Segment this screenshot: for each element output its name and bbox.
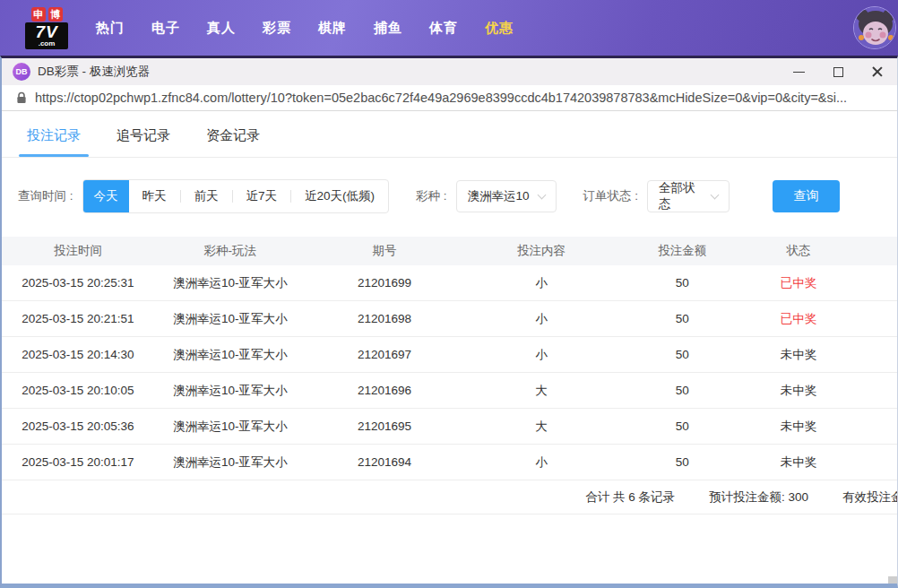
filter-bar: 查询时间 : 今天 昨天 前天 近7天 近20天(低频) 彩种 : 澳洲幸运10… — [18, 179, 897, 213]
tab-chase-records[interactable]: 追号记录 — [117, 127, 170, 157]
chevron-down-icon — [537, 191, 546, 200]
db-favicon: DB — [13, 63, 30, 81]
logo-name: 7V — [27, 23, 66, 40]
menu-item-lottery[interactable]: 彩票 — [249, 20, 305, 37]
bet-amount: 50 — [619, 384, 745, 397]
bet-issue: 21201698 — [307, 312, 463, 325]
url-text: https://ctop02pchwp1.zfnc84.com/lottery/… — [35, 91, 847, 105]
close-icon — [871, 65, 884, 78]
order-status-value: 全部状态 — [659, 180, 704, 212]
record-tabs: 投注记录 追号记录 资金记录 — [2, 111, 897, 158]
header-game-play: 彩种-玩法 — [154, 243, 307, 259]
time-option-20days[interactable]: 近20天(低频) — [291, 180, 388, 212]
bet-issue: 21201694 — [307, 455, 463, 469]
lottery-type-select[interactable]: 澳洲幸运10 — [456, 180, 557, 212]
query-time-label: 查询时间 : — [18, 188, 73, 204]
bet-records-table: 投注时间 彩种-玩法 期号 投注内容 投注金额 状态 2025-03-15 20… — [2, 237, 897, 514]
bet-time: 2025-03-15 20:25:31 — [2, 276, 154, 290]
bet-time: 2025-03-15 20:05:36 — [2, 419, 154, 433]
logo-badge-shen: 申 — [31, 7, 46, 22]
bet-time: 2025-03-15 20:01:17 — [2, 455, 154, 469]
search-button[interactable]: 查询 — [773, 180, 840, 212]
bet-status: 未中奖 — [745, 419, 852, 435]
bet-status: 未中奖 — [745, 454, 852, 471]
table-row: 2025-03-15 20:01:17 澳洲幸运10-亚军大小 21201694… — [2, 445, 897, 480]
menu-item-live[interactable]: 真人 — [194, 20, 249, 37]
maximize-icon — [833, 67, 843, 77]
bet-amount: 50 — [619, 419, 745, 433]
header-bet-time: 投注时间 — [2, 243, 154, 259]
tab-fund-records[interactable]: 资金记录 — [206, 127, 260, 157]
bet-game: 澳洲幸运10-亚军大小 — [154, 347, 307, 363]
lock-icon — [16, 91, 27, 104]
bet-amount: 50 — [619, 312, 745, 325]
bet-time: 2025-03-15 20:10:05 — [2, 384, 154, 397]
browser-window: DB DB彩票 - 极速浏览器 https://ctop02pchwp1.zfn… — [0, 56, 898, 588]
menu-item-cards[interactable]: 棋牌 — [305, 20, 360, 37]
time-option-7days[interactable]: 近7天 — [233, 180, 291, 212]
bet-game: 澳洲幸运10-亚军大小 — [154, 419, 307, 435]
window-controls — [779, 58, 897, 85]
logo-badges: 申 博 — [25, 7, 68, 22]
logo-badge-bo: 博 — [48, 7, 63, 22]
order-status-select[interactable]: 全部状态 — [647, 180, 730, 212]
bet-time: 2025-03-15 20:14:30 — [2, 348, 154, 361]
bet-amount: 50 — [619, 276, 745, 290]
header-content: 投注内容 — [462, 243, 619, 259]
bet-status: 未中奖 — [745, 383, 852, 399]
order-status-label: 订单状态 : — [583, 188, 639, 204]
site-logo[interactable]: 申 博 7V .com — [25, 7, 68, 49]
menu-item-sports[interactable]: 体育 — [416, 20, 471, 37]
bet-status: 未中奖 — [745, 347, 852, 363]
scrollbar-corner[interactable] — [888, 576, 897, 584]
bet-game: 澳洲幸运10-亚军大小 — [154, 383, 307, 399]
minimize-button[interactable] — [779, 58, 818, 85]
user-avatar[interactable] — [853, 6, 896, 49]
time-option-yesterday[interactable]: 昨天 — [129, 180, 180, 212]
bet-issue: 21201699 — [307, 276, 463, 290]
main-menu: 热门 电子 真人 彩票 棋牌 捕鱼 体育 优惠 — [82, 20, 527, 37]
avatar-cartoon-girl-icon — [854, 7, 896, 49]
table-header-row: 投注时间 彩种-玩法 期号 投注内容 投注金额 状态 — [2, 237, 897, 265]
bet-status: 已中奖 — [745, 311, 852, 327]
summary-expected-amount: 预计投注金额: 300 — [709, 489, 808, 506]
minimize-icon — [793, 72, 805, 73]
header-issue: 期号 — [307, 243, 463, 259]
table-row: 2025-03-15 20:10:05 澳洲幸运10-亚军大小 21201696… — [2, 373, 897, 409]
address-bar[interactable]: https://ctop02pchwp1.zfnc84.com/lottery/… — [2, 85, 897, 111]
logo-wordmark: 7V .com — [25, 22, 68, 49]
window-titlebar: DB DB彩票 - 极速浏览器 — [2, 58, 897, 85]
bet-content: 小 — [462, 311, 619, 327]
bet-game: 澳洲幸运10-亚军大小 — [154, 311, 307, 327]
header-amount: 投注金额 — [619, 243, 745, 259]
close-button[interactable] — [858, 58, 897, 85]
time-option-today[interactable]: 今天 — [83, 179, 129, 213]
bet-status: 已中奖 — [745, 275, 852, 291]
table-row: 2025-03-15 20:05:36 澳洲幸运10-亚军大小 21201695… — [2, 409, 897, 445]
bet-issue: 21201697 — [307, 348, 463, 361]
bet-content: 大 — [462, 419, 619, 435]
lottery-type-label: 彩种 : — [416, 188, 447, 204]
bet-issue: 21201696 — [307, 384, 463, 397]
bet-game: 澳洲幸运10-亚军大小 — [154, 454, 307, 471]
bet-amount: 50 — [619, 455, 745, 469]
maximize-button[interactable] — [818, 58, 858, 85]
tab-bet-records[interactable]: 投注记录 — [27, 127, 81, 157]
lottery-type-value: 澳洲幸运10 — [468, 188, 530, 204]
bet-issue: 21201695 — [307, 419, 463, 433]
time-option-day-before[interactable]: 前天 — [181, 180, 232, 212]
menu-item-slots[interactable]: 电子 — [138, 20, 194, 37]
menu-item-hot[interactable]: 热门 — [82, 20, 138, 37]
menu-item-promo[interactable]: 优惠 — [471, 20, 527, 37]
window-title: DB彩票 - 极速浏览器 — [38, 64, 150, 80]
bet-game: 澳洲幸运10-亚军大小 — [154, 275, 307, 291]
chevron-down-icon — [711, 191, 720, 200]
menu-item-fishing[interactable]: 捕鱼 — [360, 20, 416, 37]
bet-amount: 50 — [619, 348, 745, 361]
bet-content: 小 — [462, 454, 619, 471]
top-navbar: 申 博 7V .com 热门 电子 真人 彩票 棋牌 捕鱼 体育 优惠 — [0, 0, 898, 56]
summary-total-records: 合计 共 6 条记录 — [585, 489, 675, 506]
summary-valid-amount: 有效投注金额 — [842, 489, 898, 506]
bet-time: 2025-03-15 20:21:51 — [2, 312, 154, 325]
header-status: 状态 — [745, 243, 852, 259]
